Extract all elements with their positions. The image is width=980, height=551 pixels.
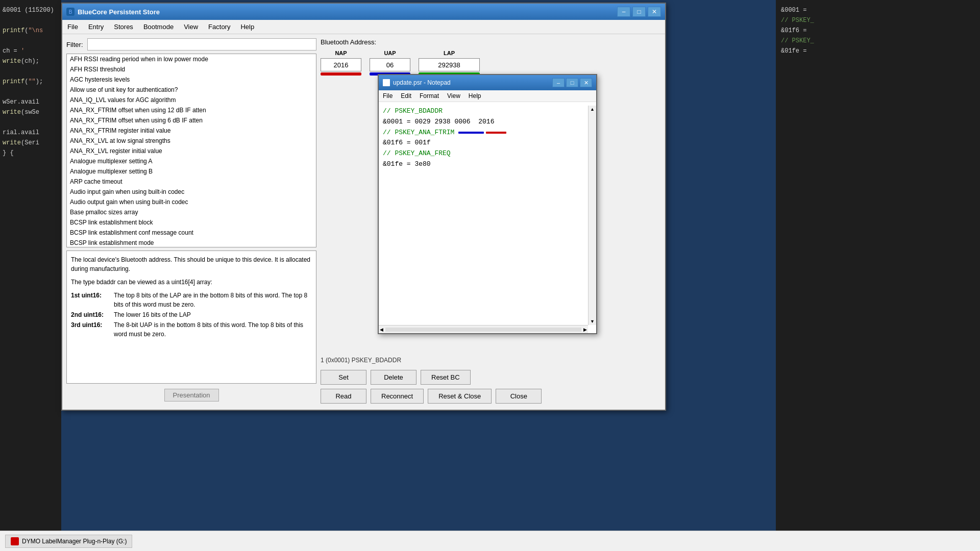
notepad-icon bbox=[383, 79, 390, 86]
notepad-scrollbar-v[interactable]: ▲ ▼ bbox=[588, 106, 596, 325]
notepad-minimize-button[interactable]: – bbox=[552, 78, 565, 87]
desc-value: The top 8 bits of the LAP are in the bot… bbox=[114, 291, 312, 309]
set-button[interactable]: Set bbox=[321, 370, 366, 385]
list-item[interactable]: ANA_RX_FTRIM offset when using 12 dB IF … bbox=[67, 105, 316, 115]
notepad-line-3: // PSKEY_ANA_FTRIM bbox=[383, 128, 592, 138]
read-button[interactable]: Read bbox=[321, 389, 366, 404]
list-item[interactable]: ANA_RX_LVL at low signal strengths bbox=[67, 136, 316, 146]
list-item[interactable]: AGC hysteresis levels bbox=[67, 74, 316, 85]
description-panel: The local device's Bluetooth address. Th… bbox=[66, 251, 316, 384]
lap-input[interactable] bbox=[419, 58, 480, 71]
uap-label: UAP bbox=[370, 50, 410, 56]
background-code-right: &0001 = // PSKEY_ &01f6 = // PSKEY_ &01f… bbox=[776, 0, 980, 551]
uap-group: UAP bbox=[370, 50, 410, 76]
nap-input[interactable] bbox=[321, 58, 361, 71]
action-buttons-row1: Set Delete Reset BC bbox=[321, 370, 661, 385]
description-para2: The type bdaddr can be viewed as a uint1… bbox=[71, 278, 312, 287]
taskbar-item-label: DYMO LabelManager Plug-n-Play (G:) bbox=[22, 538, 127, 545]
bluetooth-address-label: Bluetooth Address: bbox=[321, 38, 661, 46]
list-item[interactable]: Audio input gain when using built-in cod… bbox=[67, 187, 316, 197]
reset-bc-button[interactable]: Reset BC bbox=[421, 370, 471, 385]
menu-stores[interactable]: Stores bbox=[109, 21, 138, 33]
close-button[interactable]: ✕ bbox=[648, 7, 661, 17]
close-button[interactable]: Close bbox=[496, 389, 542, 404]
desc-row: 1st uint16: The top 8 bits of the LAP ar… bbox=[71, 291, 312, 309]
nap-color-bar bbox=[321, 72, 361, 76]
bluetooth-address-section: Bluetooth Address: NAP UAP bbox=[321, 38, 661, 76]
notepad-menu-file[interactable]: File bbox=[379, 91, 397, 101]
taskbar: DYMO LabelManager Plug-n-Play (G:) bbox=[0, 531, 980, 551]
desc-label: 2nd uint16: bbox=[71, 310, 112, 319]
background-code-editor: &0001 (115200) printf("\ns ch = ' write(… bbox=[0, 0, 61, 551]
keys-list-container: AFH RSSI reading period when in low powe… bbox=[66, 54, 316, 247]
desc-label: 3rd uint16: bbox=[71, 320, 112, 339]
minimize-button[interactable]: – bbox=[617, 7, 630, 17]
notepad-scrollbar-h[interactable]: ◀ ▶ bbox=[379, 325, 588, 333]
menu-file[interactable]: File bbox=[62, 21, 83, 33]
left-panel: Filter: AFH RSSI reading period when in … bbox=[66, 38, 316, 404]
maximize-button[interactable]: □ bbox=[632, 7, 646, 17]
title-bar: B BlueCore Persistent Store – □ ✕ bbox=[62, 4, 665, 20]
notepad-line-4: &01f6 = 001f bbox=[383, 138, 592, 148]
dymo-icon bbox=[11, 537, 19, 545]
notepad-title-bar: update.psr - Notepad – □ ✕ bbox=[379, 75, 596, 90]
app-icon: B bbox=[66, 8, 75, 16]
menu-factory[interactable]: Factory bbox=[203, 21, 235, 33]
description-para1: The local device's Bluetooth address. Th… bbox=[71, 255, 312, 273]
list-item[interactable]: Allow use of unit key for authentication… bbox=[67, 85, 316, 95]
bluetooth-address-row: NAP UAP bbox=[321, 50, 661, 76]
filter-label: Filter: bbox=[66, 41, 83, 48]
keys-list[interactable]: AFH RSSI reading period when in low powe… bbox=[67, 54, 316, 247]
desc-value: The lower 16 bits of the LAP bbox=[114, 310, 191, 319]
list-item[interactable]: AFH RSSI threshold bbox=[67, 64, 316, 74]
list-item[interactable]: Analogue multiplexer setting A bbox=[67, 156, 316, 166]
description-table: 1st uint16: The top 8 bits of the LAP ar… bbox=[71, 291, 312, 339]
notepad-menu-edit[interactable]: Edit bbox=[397, 91, 415, 101]
status-line: 1 (0x0001) PSKEY_BDADDR bbox=[321, 355, 661, 366]
menu-bar: File Entry Stores Bootmode View Factory … bbox=[62, 20, 665, 34]
notepad-line-5: // PSKEY_ANA_FREQ bbox=[383, 148, 592, 159]
list-item[interactable]: Analogue multiplexer setting B bbox=[67, 166, 316, 177]
list-item[interactable]: ANA_RX_FTRIM register initial value bbox=[67, 126, 316, 136]
window-title: BlueCore Persistent Store bbox=[78, 8, 160, 16]
notepad-menu-format[interactable]: Format bbox=[415, 91, 443, 101]
menu-entry[interactable]: Entry bbox=[83, 21, 109, 33]
list-item[interactable]: BCSP link establishment conf message cou… bbox=[67, 228, 316, 238]
reset-close-button[interactable]: Reset & Close bbox=[428, 389, 492, 404]
notepad-menu-help[interactable]: Help bbox=[464, 91, 485, 101]
uap-input[interactable] bbox=[370, 58, 410, 71]
presentation-button[interactable]: Presentation bbox=[164, 389, 219, 402]
list-item[interactable]: AFH RSSI reading period when in low powe… bbox=[67, 54, 316, 64]
list-item[interactable]: ANA_IQ_LVL values for AGC algorithm bbox=[67, 95, 316, 105]
nap-label: NAP bbox=[321, 50, 361, 56]
lap-label: LAP bbox=[419, 50, 480, 56]
notepad-line-2: &0001 = 0029 2938 0006 2016 bbox=[383, 117, 592, 128]
filter-input[interactable] bbox=[87, 38, 317, 51]
list-item[interactable]: BCSP link establishment mode bbox=[67, 238, 316, 247]
action-buttons-row2: Read Reconnect Reset & Close Close bbox=[321, 389, 661, 404]
list-item[interactable]: Audio output gain when using built-in co… bbox=[67, 197, 316, 207]
menu-view[interactable]: View bbox=[179, 21, 203, 33]
desc-row: 2nd uint16: The lower 16 bits of the LAP bbox=[71, 310, 312, 319]
menu-help[interactable]: Help bbox=[235, 21, 259, 33]
notepad-maximize-button[interactable]: □ bbox=[566, 78, 578, 87]
taskbar-item-dymo[interactable]: DYMO LabelManager Plug-n-Play (G:) bbox=[5, 535, 132, 548]
notepad-menu-view[interactable]: View bbox=[443, 91, 464, 101]
notepad-title-text: update.psr - Notepad bbox=[393, 79, 451, 86]
reconnect-button[interactable]: Reconnect bbox=[371, 389, 424, 404]
desc-label: 1st uint16: bbox=[71, 291, 112, 309]
nap-group: NAP bbox=[321, 50, 361, 76]
list-item[interactable]: ANA_RX_FTRIM offset when using 6 dB IF a… bbox=[67, 115, 316, 126]
list-item[interactable]: ARP cache timeout bbox=[67, 177, 316, 187]
delete-button[interactable]: Delete bbox=[371, 370, 416, 385]
notepad-close-button[interactable]: ✕ bbox=[580, 78, 592, 87]
list-item[interactable]: BCSP link establishment block bbox=[67, 217, 316, 228]
notepad-menu: File Edit Format View Help bbox=[379, 90, 596, 102]
notepad-line-1: // PSKEY_BDADDR bbox=[383, 106, 592, 117]
notepad-window: update.psr - Notepad – □ ✕ File Edit For… bbox=[378, 74, 597, 334]
list-item[interactable]: Base pmalloc sizes array bbox=[67, 207, 316, 217]
notepad-content[interactable]: // PSKEY_BDADDR &0001 = 0029 2938 0006 2… bbox=[379, 102, 596, 324]
menu-bootmode[interactable]: Bootmode bbox=[138, 21, 179, 33]
list-item[interactable]: ANA_RX_LVL register initial value bbox=[67, 146, 316, 156]
lap-group: LAP bbox=[419, 50, 480, 76]
